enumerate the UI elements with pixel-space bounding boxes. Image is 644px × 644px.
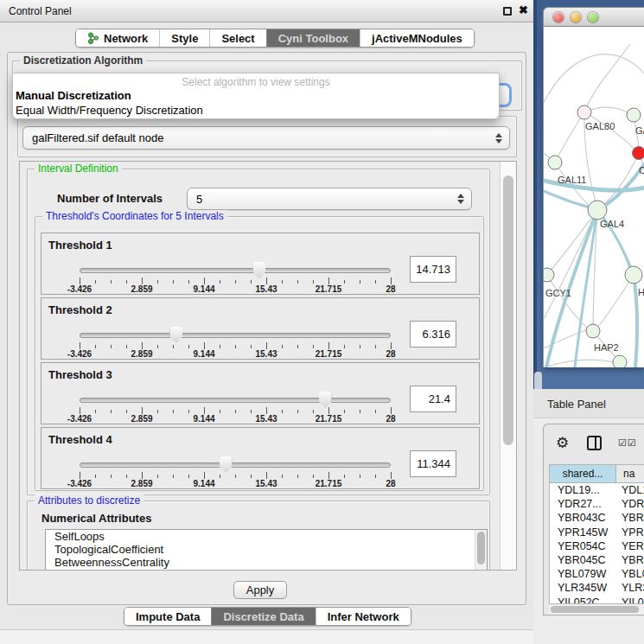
attribute-list-item[interactable]: TopologicalCoefficient [46,543,487,556]
threshold-value-field[interactable]: 21.4 [410,386,456,412]
threshold-value-field[interactable]: 6.316 [410,321,456,348]
node-h[interactable] [625,266,642,284]
column-header-name[interactable]: na [616,465,644,482]
close-traffic-light[interactable] [553,12,564,22]
network-canvas[interactable]: GAL80 GA GAL11 C GAL4 GCY1 H HAP2 [543,27,644,367]
node-gal80[interactable] [577,105,591,119]
table-data-combobox[interactable]: galFiltered.sif default node [22,126,510,150]
apply-button[interactable]: Apply [233,581,287,599]
list-scrollbar[interactable] [475,530,487,571]
tab-impute-data[interactable]: Impute Data [124,608,211,625]
slider-track[interactable] [80,462,391,468]
tab-cyni-toolbox[interactable]: Cyni Toolbox [266,29,360,47]
close-icon[interactable]: ✖ [519,3,528,16]
threshold-value-field[interactable]: 14.713 [410,256,456,283]
table-cell[interactable]: YDR2 [616,497,644,511]
tab-network[interactable]: Network [76,29,159,47]
number-of-intervals-combobox[interactable]: 5 [187,188,472,210]
table-row[interactable]: YER054CYER0 [550,539,644,553]
table-cell[interactable]: YBR043C [550,511,616,525]
table-cell[interactable]: YER0 [616,539,644,553]
settings-scrollbar[interactable] [500,162,516,570]
table-hscrollbar[interactable] [549,604,644,615]
table-cell[interactable]: YLR3 [616,581,644,595]
tab-infer-network[interactable]: Infer Network [316,608,411,625]
table-cell[interactable]: YBL0 [616,567,644,581]
slider-track[interactable] [80,333,391,338]
tick-mark [251,410,252,413]
float-window-icon[interactable] [503,7,512,16]
table-cell[interactable]: YPR1 [616,526,644,539]
table-row[interactable]: YDR27...YDR2 [550,497,644,511]
zoom-traffic-light[interactable] [588,12,598,22]
table-cell[interactable]: YBR045C [550,553,616,567]
slider-thumb[interactable] [220,456,233,473]
table-cell[interactable]: YLR345W [550,581,616,595]
tick-mark [297,410,298,413]
tick-mark [360,410,360,413]
slider-thumb[interactable] [252,262,265,278]
slider-thumb[interactable] [169,327,182,343]
threshold-label: Threshold 2 [48,303,112,316]
attribute-list-item[interactable]: BetweennessCentrality [46,556,487,569]
table-row[interactable]: YPR145WYPR1 [550,526,644,539]
numerical-attributes-list[interactable]: SelfLoopsTopologicalCoefficientBetweenne… [45,529,488,571]
table-row[interactable]: YBR043CYBR0 [550,511,644,525]
node-selected-red[interactable] [633,147,644,160]
tick-label: 28 [386,414,395,424]
table-row[interactable]: YLR345WYLR3 [550,581,644,595]
table-row[interactable]: YBR045CYBR0 [550,553,644,567]
node-gcy1[interactable] [544,268,554,282]
node-gal11[interactable] [548,156,562,169]
tick-mark [111,475,112,478]
node-gal4[interactable] [588,201,607,220]
node-table[interactable]: shared... na YDL19...YDL1YDR27...YDR2YBR… [549,464,644,604]
settings-scrollbar-thumb[interactable] [503,175,513,445]
table-cell[interactable]: YBL079W [550,567,616,581]
slider-track[interactable] [80,268,391,273]
slider-track[interactable] [80,398,391,403]
tick-mark [313,280,314,284]
table-cell[interactable]: YBR0 [616,553,644,567]
table-row[interactable]: YDL19...YDL1 [550,483,644,497]
tick-mark [173,280,174,284]
slider-thumb[interactable] [319,392,332,408]
tab-label: Discretize Data [223,610,303,623]
table-cell[interactable]: YIL0 [616,596,644,605]
gear-icon[interactable]: ⚙ [556,434,569,452]
table-hscrollbar-thumb[interactable] [551,606,639,613]
table-cell[interactable]: YDL19... [550,483,616,497]
popup-item-manual-discretization[interactable]: Manual Discretization [13,88,499,103]
tick-label: 2.859 [131,349,152,359]
node[interactable] [627,108,641,122]
column-header-shared[interactable]: shared... [550,465,616,482]
tab-discretize-data[interactable]: Discretize Data [211,608,315,625]
node[interactable] [613,355,627,367]
popup-item-equal-width-frequency[interactable]: Equal Width/Frequency Discretization [13,103,499,118]
table-header-row: shared... na [550,465,644,483]
table-cell[interactable]: YER054C [550,539,616,553]
node-hap2[interactable] [586,324,600,338]
tick-mark [282,475,283,478]
tab-style[interactable]: Style [159,29,209,47]
table-cell[interactable]: YIL052C [550,596,616,605]
checkbox-columns-icon[interactable]: ☑☑ [618,437,637,449]
table-cell[interactable]: YPR145W [550,526,616,539]
tab-jactivemnodules[interactable]: jActiveMNodules [360,29,474,47]
tick-label: 28 [386,284,395,294]
column-layout-icon[interactable] [587,436,602,450]
tick-mark [266,277,267,284]
threshold-value-field[interactable]: 11.344 [410,450,456,477]
tab-select[interactable]: Select [209,29,265,47]
tick-mark [188,280,189,284]
table-cell[interactable]: YBR0 [616,511,644,525]
list-items: SelfLoopsTopologicalCoefficientBetweenne… [46,530,487,569]
table-cell[interactable]: YDR27... [550,497,616,511]
tick-label: 15.43 [255,414,277,424]
table-cell[interactable]: YDL1 [616,483,644,497]
attribute-list-item[interactable]: SelfLoops [46,530,487,543]
minimize-traffic-light[interactable] [571,12,581,22]
list-scrollbar-thumb[interactable] [477,532,485,564]
table-row[interactable]: YIL052CYIL0 [550,596,644,605]
table-row[interactable]: YBL079WYBL0 [550,567,644,581]
